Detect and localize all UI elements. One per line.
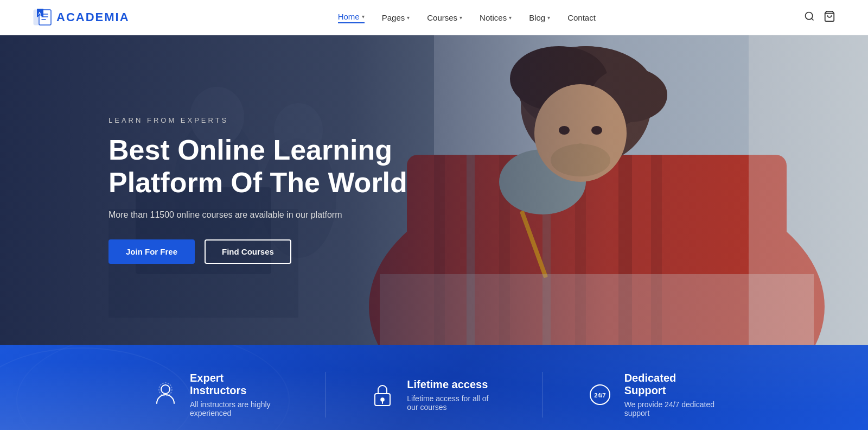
- search-button[interactable]: [804, 11, 815, 24]
- nav-item-notices[interactable]: Notices ▾: [480, 13, 512, 22]
- hero-section: LEARN FROM EXPERTS Best Online Learning …: [0, 35, 868, 345]
- nav-item-blog[interactable]: Blog ▾: [529, 13, 550, 22]
- logo-icon: A: [33, 8, 52, 27]
- person-icon: [152, 382, 179, 408]
- feature-instructors-text: Expert Instructors All instructors are h…: [190, 372, 282, 418]
- nav-item-home[interactable]: Home ▾: [338, 12, 365, 23]
- chevron-down-icon: ▾: [407, 15, 410, 21]
- lock-icon: [369, 382, 396, 408]
- support-icon: 24/7: [586, 382, 614, 408]
- hero-description: More than 11500 online courses are avail…: [108, 210, 434, 220]
- chevron-down-icon: ▾: [509, 15, 512, 21]
- feature-instructors-desc: All instructors are highly experienced: [190, 400, 282, 418]
- feature-access-text: Lifetime access Lifetime access for all …: [407, 378, 499, 412]
- nav-link-courses[interactable]: Courses ▾: [427, 13, 462, 22]
- nav-link-contact[interactable]: Contact: [567, 13, 596, 22]
- svg-point-35: [161, 385, 170, 394]
- nav-link-blog[interactable]: Blog ▾: [529, 13, 550, 22]
- cart-icon: [824, 10, 835, 22]
- nav-link-pages[interactable]: Pages ▾: [382, 13, 410, 22]
- nav-item-courses[interactable]: Courses ▾: [427, 13, 462, 22]
- feature-support-title: Dedicated Support: [624, 372, 716, 397]
- feature-support-desc: We provide 24/7 dedicated support: [624, 400, 716, 418]
- chevron-down-icon: ▾: [547, 15, 550, 21]
- hero-subtitle: LEARN FROM EXPERTS: [108, 116, 434, 124]
- feature-support: 24/7 Dedicated Support We provide 24/7 d…: [543, 372, 760, 418]
- features-section: Expert Instructors All instructors are h…: [0, 345, 868, 430]
- nav-label-notices: Notices: [480, 13, 507, 22]
- nav-link-notices[interactable]: Notices ▾: [480, 13, 512, 22]
- nav-item-contact[interactable]: Contact: [567, 13, 596, 22]
- search-icon: [804, 11, 815, 22]
- nav-label-contact: Contact: [567, 13, 596, 22]
- hero-buttons: Join For Free Find Courses: [108, 239, 434, 264]
- join-free-button[interactable]: Join For Free: [108, 239, 195, 264]
- nav-links: Home ▾ Pages ▾ Courses ▾ Notices ▾ Blog: [338, 12, 596, 23]
- hero-text: LEARN FROM EXPERTS Best Online Learning …: [108, 116, 434, 264]
- nav-item-pages[interactable]: Pages ▾: [382, 13, 410, 22]
- feature-instructors-title: Expert Instructors: [190, 372, 282, 397]
- navbar: A ACADEMIA Home ▾ Pages ▾ Courses ▾ Noti…: [0, 0, 868, 35]
- nav-link-home[interactable]: Home ▾: [338, 12, 365, 23]
- chevron-down-icon: ▾: [362, 14, 365, 20]
- nav-label-home: Home: [338, 12, 360, 21]
- hero-content: LEARN FROM EXPERTS Best Online Learning …: [0, 35, 868, 345]
- logo-text: ACADEMIA: [56, 10, 130, 24]
- nav-label-blog: Blog: [529, 13, 545, 22]
- feature-access-desc: Lifetime access for all of our courses: [407, 394, 499, 412]
- find-courses-button[interactable]: Find Courses: [205, 239, 291, 264]
- svg-text:A: A: [39, 11, 41, 15]
- feature-access: Lifetime access Lifetime access for all …: [326, 372, 542, 418]
- chevron-down-icon: ▾: [459, 15, 462, 21]
- svg-point-3: [806, 12, 813, 19]
- nav-label-courses: Courses: [427, 13, 457, 22]
- feature-support-text: Dedicated Support We provide 24/7 dedica…: [624, 372, 716, 418]
- logo-link[interactable]: A ACADEMIA: [33, 8, 130, 27]
- feature-instructors: Expert Instructors All instructors are h…: [108, 372, 326, 418]
- hero-title: Best Online Learning Platform Of The Wor…: [108, 134, 434, 199]
- features-inner: Expert Instructors All instructors are h…: [108, 372, 760, 418]
- svg-text:24/7: 24/7: [594, 392, 605, 399]
- nav-label-pages: Pages: [382, 13, 405, 22]
- feature-access-title: Lifetime access: [407, 378, 499, 391]
- nav-icons: [804, 10, 835, 25]
- cart-button[interactable]: [824, 10, 835, 25]
